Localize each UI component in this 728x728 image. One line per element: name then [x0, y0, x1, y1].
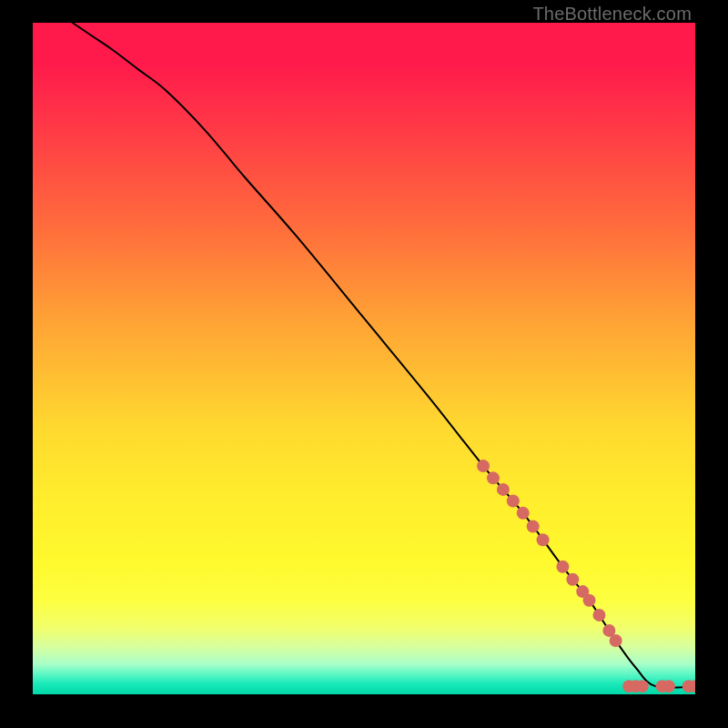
data-point-marker: [636, 680, 649, 693]
data-point-marker: [507, 494, 520, 507]
plot-frame: [33, 23, 695, 694]
data-point-marker: [497, 483, 510, 496]
data-point-markers: [477, 460, 695, 693]
data-point-marker: [662, 680, 675, 693]
data-point-marker: [592, 609, 605, 622]
data-point-marker: [517, 507, 530, 520]
data-point-marker: [610, 634, 622, 647]
attribution-text: TheBottleneck.com: [532, 4, 692, 25]
main-curve-line: [73, 23, 695, 688]
data-point-marker: [537, 533, 550, 546]
data-point-marker: [583, 594, 596, 607]
data-point-marker: [487, 471, 500, 484]
plot-svg: [33, 23, 695, 694]
data-point-marker: [527, 521, 540, 533]
data-point-marker: [566, 573, 579, 586]
data-point-marker: [477, 460, 490, 472]
data-point-marker: [556, 561, 569, 573]
